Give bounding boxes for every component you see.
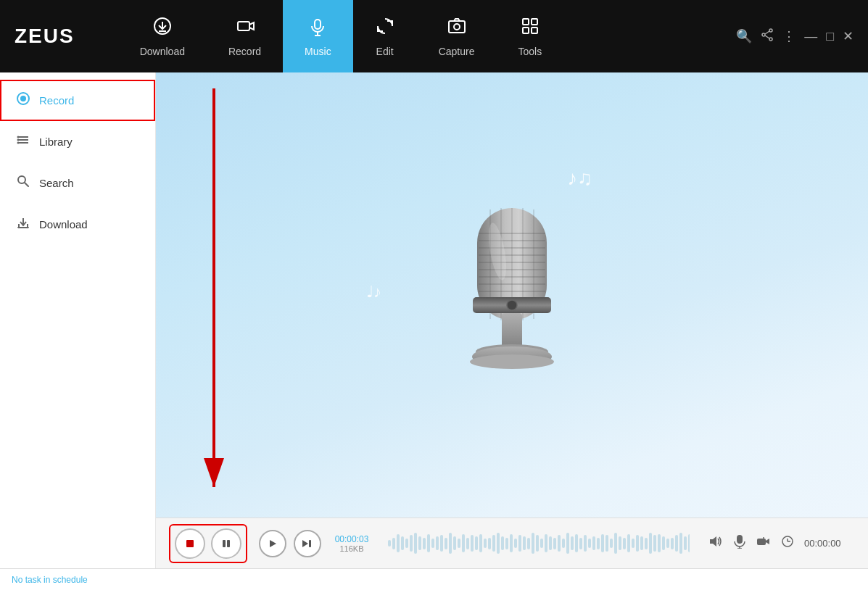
- music-note-2: ♩♪: [366, 283, 381, 302]
- svg-rect-4: [315, 20, 321, 29]
- svg-rect-54: [186, 540, 194, 547]
- stop-button[interactable]: [175, 528, 205, 559]
- status-text: No task in schedule: [12, 575, 88, 585]
- svg-rect-3: [238, 22, 249, 30]
- svg-line-27: [25, 183, 28, 186]
- volume-icon[interactable]: [708, 535, 723, 552]
- sidebar-item-library[interactable]: Library: [0, 121, 155, 162]
- svg-line-17: [765, 36, 769, 38]
- sidebar-item-record-label: Record: [39, 94, 74, 107]
- svg-rect-56: [227, 540, 230, 547]
- svg-point-25: [17, 142, 20, 144]
- svg-marker-57: [270, 540, 276, 547]
- edit-nav-icon: [375, 16, 395, 41]
- search-icon[interactable]: 🔍: [736, 28, 752, 44]
- content-area: ♪♫ ♩♪: [156, 72, 868, 518]
- current-time: 00:00:03: [335, 534, 369, 544]
- svg-point-50: [470, 354, 554, 369]
- tab-music-label: Music: [305, 46, 331, 57]
- player-right-controls: 00:00:00: [708, 534, 855, 552]
- tab-music[interactable]: Music: [283, 0, 353, 72]
- svg-line-16: [765, 31, 769, 34]
- svg-point-15: [762, 33, 765, 36]
- tab-edit[interactable]: Edit: [353, 0, 417, 72]
- svg-point-8: [454, 24, 460, 30]
- sidebar-item-record[interactable]: Record: [0, 80, 155, 121]
- search-sidebar-icon: [16, 174, 30, 192]
- pause-button[interactable]: [211, 528, 241, 559]
- output-icon[interactable]: [756, 535, 771, 552]
- svg-marker-58: [302, 540, 308, 547]
- tab-record-label: Record: [228, 46, 261, 57]
- player-bar: 00:00:03 116KB 00:00:00: [156, 518, 868, 568]
- minimize-icon[interactable]: —: [804, 29, 817, 44]
- svg-point-14: [769, 38, 772, 41]
- status-bar: No task in schedule: [0, 568, 868, 590]
- mic-icon[interactable]: [733, 534, 746, 552]
- player-controls-highlighted: [169, 524, 247, 563]
- tab-capture-label: Capture: [439, 46, 475, 57]
- tab-capture[interactable]: Capture: [417, 0, 497, 72]
- main-content: ♪♫ ♩♪: [156, 72, 868, 568]
- record-sidebar-icon: [16, 91, 30, 109]
- svg-rect-64: [757, 539, 766, 545]
- share-icon[interactable]: [761, 28, 774, 45]
- tab-download-label: Download: [140, 46, 185, 57]
- music-nav-icon: [307, 16, 328, 41]
- tab-record[interactable]: Record: [207, 0, 283, 72]
- sidebar: Record Library Search Download: [0, 72, 156, 568]
- svg-point-24: [17, 139, 20, 141]
- titlebar: ZEUS Download Record Music Edit: [0, 0, 868, 72]
- app-logo: ZEUS: [15, 25, 75, 48]
- app-body: Record Library Search Download ♪♫ ♩♪: [0, 72, 868, 568]
- window-controls: 🔍 ⋮ — □ ✕: [736, 28, 853, 45]
- tab-download[interactable]: Download: [118, 0, 207, 72]
- tools-nav-icon: [520, 16, 540, 41]
- download-sidebar-icon: [16, 215, 30, 233]
- sidebar-item-search-label: Search: [39, 177, 74, 189]
- close-icon[interactable]: ✕: [843, 28, 853, 44]
- nav-tabs: Download Record Music Edit Capture: [118, 0, 736, 72]
- svg-rect-55: [223, 540, 226, 547]
- svg-rect-10: [532, 19, 537, 25]
- svg-rect-59: [309, 540, 311, 547]
- sidebar-item-library-label: Library: [39, 136, 73, 148]
- time-info: 00:00:03 116KB: [334, 534, 369, 553]
- svg-rect-9: [523, 19, 529, 25]
- download-nav-icon: [152, 16, 173, 41]
- svg-rect-7: [449, 21, 465, 33]
- sidebar-item-download[interactable]: Download: [0, 204, 155, 245]
- svg-point-46: [507, 300, 517, 310]
- sidebar-item-download-label: Download: [39, 218, 88, 230]
- clock-icon[interactable]: [781, 535, 794, 552]
- record-nav-icon: [235, 16, 255, 41]
- sidebar-item-search[interactable]: Search: [0, 162, 155, 204]
- menu-icon[interactable]: ⋮: [782, 28, 795, 44]
- skip-button[interactable]: [294, 530, 321, 557]
- library-sidebar-icon: [16, 133, 30, 151]
- svg-rect-61: [737, 535, 743, 544]
- svg-marker-60: [710, 536, 716, 547]
- tab-tools[interactable]: Tools: [496, 0, 563, 72]
- svg-rect-12: [532, 28, 537, 33]
- tab-tools-label: Tools: [518, 46, 542, 57]
- svg-rect-11: [523, 28, 529, 33]
- file-size: 116KB: [339, 544, 363, 553]
- maximize-icon[interactable]: □: [826, 29, 834, 44]
- svg-point-19: [20, 96, 26, 101]
- svg-point-13: [769, 29, 772, 32]
- tab-edit-label: Edit: [376, 46, 394, 57]
- capture-nav-icon: [447, 16, 467, 41]
- play-button[interactable]: [259, 530, 286, 557]
- total-duration: 00:00:00: [804, 538, 855, 549]
- microphone-image: [432, 186, 592, 404]
- svg-rect-47: [502, 313, 522, 349]
- waveform: [388, 531, 690, 557]
- svg-point-23: [17, 136, 20, 138]
